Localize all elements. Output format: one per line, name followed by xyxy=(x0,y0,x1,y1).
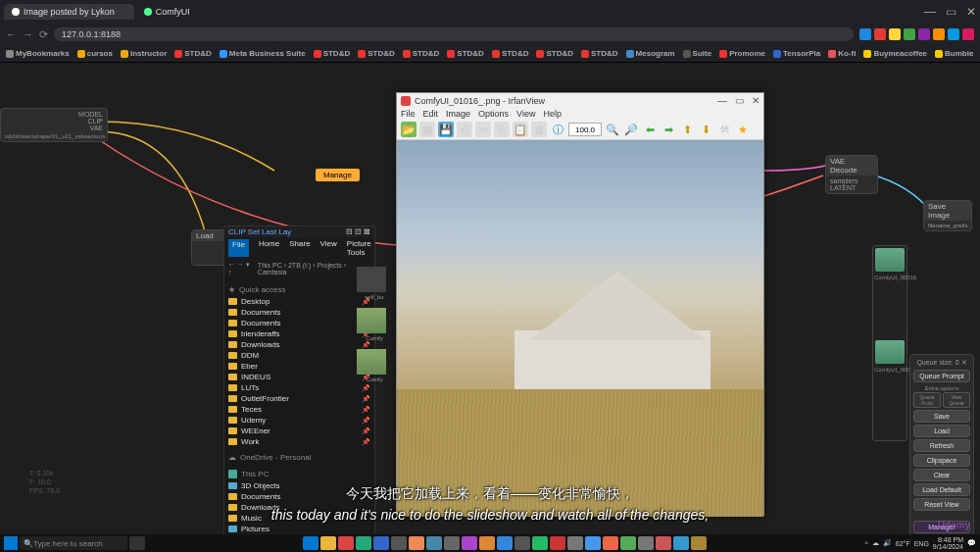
tree-item[interactable]: Teces📌 xyxy=(224,404,374,415)
zoom-in-icon[interactable]: 🔎 xyxy=(623,122,639,137)
app-icon[interactable] xyxy=(444,536,460,550)
bookmark[interactable]: Ko-fi xyxy=(828,49,856,58)
tree-item[interactable]: Work📌 xyxy=(224,436,374,447)
tray-icon[interactable]: ^ xyxy=(865,540,868,547)
save-icon[interactable]: 💾 xyxy=(438,122,454,137)
tree-item[interactable]: Pictures xyxy=(224,524,374,534)
app-icon[interactable] xyxy=(462,536,477,550)
app-icon[interactable] xyxy=(338,536,354,550)
ribbon-tab[interactable]: File xyxy=(228,239,249,257)
app-icon[interactable] xyxy=(550,536,565,550)
cut-icon[interactable]: ✂ xyxy=(475,122,491,137)
node-save-image[interactable]: Save Image filename_prefix xyxy=(923,200,972,231)
ext-icon[interactable] xyxy=(962,28,974,40)
next-icon[interactable]: ➡ xyxy=(661,122,676,137)
minimize-icon[interactable]: — xyxy=(924,5,936,19)
app-icon[interactable] xyxy=(391,536,407,550)
open-icon[interactable]: 📂 xyxy=(401,122,416,137)
bookmark[interactable]: STD&D xyxy=(536,49,573,58)
thumbs-icon[interactable]: ▦ xyxy=(419,122,435,137)
tree-item[interactable]: Downloads📌 xyxy=(224,339,374,350)
bookmark[interactable]: Mesogram xyxy=(626,49,675,58)
bookmark[interactable]: STD&D xyxy=(314,49,351,58)
star-icon[interactable]: ★ xyxy=(735,122,751,137)
menu-item[interactable]: Help xyxy=(543,109,562,119)
reset-view-button[interactable]: Reset View xyxy=(913,498,970,511)
node-checkpoint[interactable]: MODEL CLIP VAE sdxl/dreamshaperXL_v21_sa… xyxy=(0,108,108,142)
app-icon[interactable] xyxy=(532,536,548,550)
minimize-icon[interactable]: — xyxy=(717,95,727,106)
delete-icon[interactable]: 🗑 xyxy=(531,122,547,137)
tree-item[interactable]: Documents📌 xyxy=(224,318,374,328)
tree-item[interactable]: blenderaffs📌 xyxy=(224,328,374,339)
paste-icon[interactable]: 📋 xyxy=(513,122,528,137)
save-button[interactable]: Save xyxy=(913,410,970,423)
queue-prompt-button[interactable]: Queue Prompt xyxy=(913,370,970,382)
back-icon[interactable]: ← xyxy=(6,28,17,40)
bookmark[interactable]: MyBookmarks xyxy=(6,49,70,58)
comfyui-menu[interactable]: Queue size: 0 ✕ Queue Prompt Extra optio… xyxy=(909,354,974,534)
bookmark[interactable]: STD&D xyxy=(174,49,212,58)
info-icon[interactable]: ⓘ xyxy=(550,122,565,137)
menu-item[interactable]: Options xyxy=(478,109,509,119)
bookmark[interactable]: Suite xyxy=(683,49,712,58)
tree-item[interactable]: WEEner📌 xyxy=(224,426,374,436)
start-button[interactable] xyxy=(4,536,18,550)
menu-item[interactable]: File xyxy=(401,109,416,119)
tools-icon[interactable]: 🛠 xyxy=(716,122,732,137)
bookmark[interactable]: Instructor xyxy=(121,49,167,58)
bookmark[interactable]: Meta Business Suite xyxy=(220,49,306,58)
tree-item[interactable]: Desktop📌 xyxy=(224,296,374,307)
ext-icon[interactable] xyxy=(904,28,915,40)
bookmark[interactable]: Buymeacoffee xyxy=(863,49,927,58)
app-icon[interactable] xyxy=(426,536,442,550)
extra-options[interactable]: Extra options xyxy=(913,384,970,392)
app-icon[interactable] xyxy=(320,536,336,550)
clock-time[interactable]: 8:48 PM xyxy=(933,536,963,543)
tree-item[interactable]: LUTs📌 xyxy=(224,382,374,393)
app-icon[interactable] xyxy=(691,536,707,550)
menu-item[interactable]: Edit xyxy=(423,109,439,119)
manage-button[interactable]: Manage xyxy=(316,169,360,181)
ext-icon[interactable] xyxy=(889,28,901,40)
bookmark[interactable]: STD&D xyxy=(403,49,440,58)
taskbar-search[interactable]: 🔍 Type here to search xyxy=(20,536,127,550)
view-queue-button[interactable]: View Queue xyxy=(943,392,970,408)
clipspace-button[interactable]: Clipspace xyxy=(913,454,970,467)
close-icon[interactable]: ✕ xyxy=(752,95,760,106)
tray-icon[interactable]: ☁ xyxy=(872,539,879,547)
app-icon[interactable] xyxy=(356,536,371,550)
app-icon[interactable] xyxy=(673,536,689,550)
app-icon[interactable] xyxy=(479,536,495,550)
up-icon[interactable]: ⬆ xyxy=(679,122,695,137)
down-icon[interactable]: ⬇ xyxy=(698,122,713,137)
bookmark[interactable]: Promome xyxy=(719,49,765,58)
tree-item[interactable]: OutletFrontier📌 xyxy=(224,393,374,404)
bookmark[interactable]: STD&D xyxy=(447,49,484,58)
ext-icon[interactable] xyxy=(948,28,959,40)
bookmark[interactable]: Bumble xyxy=(935,49,973,58)
breadcrumb[interactable]: ← → ▾ ↑ This PC › 2TB (I:) › Projects › … xyxy=(224,259,374,277)
prev-icon[interactable]: ⬅ xyxy=(642,122,658,137)
tray-icon[interactable]: 🔊 xyxy=(883,539,892,547)
browser-tab[interactable]: Image posted by Lykon xyxy=(4,4,134,20)
weather[interactable]: 62°F xyxy=(896,540,910,547)
bookmark[interactable]: STD&D xyxy=(581,49,618,58)
thumb[interactable] xyxy=(357,349,386,375)
tree-item[interactable]: Eber📌 xyxy=(224,361,374,372)
bookmark[interactable]: STD&D xyxy=(492,49,529,58)
bookmark[interactable]: cursos xyxy=(77,49,113,58)
zoom-out-icon[interactable]: 🔍 xyxy=(605,122,620,137)
section-onedrive[interactable]: ☁ OneDrive - Personal xyxy=(224,451,374,464)
app-icon[interactable] xyxy=(656,536,671,550)
app-icon[interactable] xyxy=(638,536,654,550)
app-icon[interactable] xyxy=(373,536,389,550)
section-thispc[interactable]: This PC xyxy=(224,468,374,480)
app-icon[interactable] xyxy=(620,536,636,550)
ribbon-tab[interactable]: Home xyxy=(259,239,279,257)
bookmark[interactable]: STD&D xyxy=(358,49,395,58)
clear-button[interactable]: Clear xyxy=(913,469,970,481)
ext-icon[interactable] xyxy=(933,28,945,40)
close-icon[interactable]: ✕ xyxy=(966,5,976,19)
ext-icon[interactable] xyxy=(918,28,930,40)
